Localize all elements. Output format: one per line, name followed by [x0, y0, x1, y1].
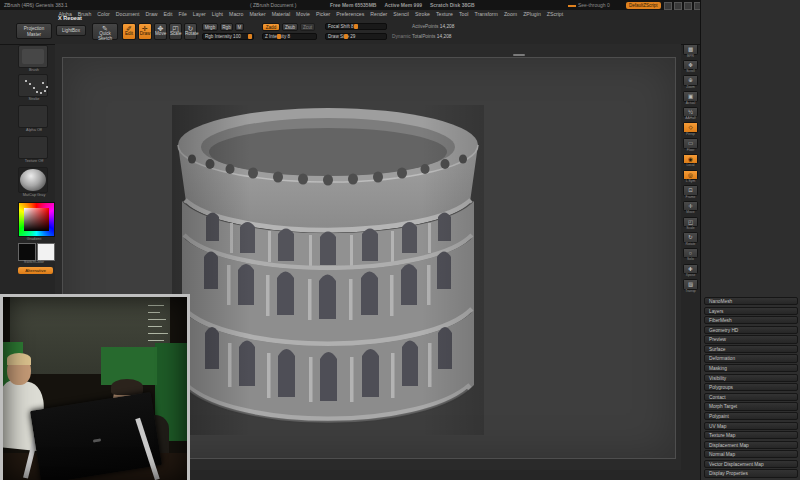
tool-section-bar[interactable]: Visibility — [704, 374, 798, 382]
menu-item[interactable]: Tool — [456, 10, 471, 18]
tool-section-bar[interactable]: NanoMesh — [704, 297, 798, 305]
rotate-button[interactable]: ↻Rotate — [184, 23, 197, 40]
focal-shift-slider[interactable]: Focal Shift 8 — [325, 23, 387, 30]
slider-handle[interactable] — [277, 34, 281, 39]
menu-item[interactable]: Preferences — [334, 10, 367, 18]
window-icon[interactable] — [684, 2, 692, 10]
menu-item[interactable]: Transform — [472, 10, 500, 18]
draw-button[interactable]: ✛Draw — [138, 23, 152, 40]
see-through-slider[interactable]: See-through 0 — [568, 0, 610, 10]
menu-item[interactable]: Stencil — [391, 10, 412, 18]
shelf-toggle-button[interactable]: ▧ Transp — [683, 279, 698, 293]
menu-item[interactable]: Edit — [161, 10, 175, 18]
stroke-thumbnail[interactable] — [18, 74, 48, 97]
shelf-toggle-button[interactable]: ◰ Scale — [683, 217, 698, 231]
menu-item[interactable]: Movie — [294, 10, 313, 18]
menu-item[interactable]: Texture — [433, 10, 455, 18]
alpha-thumbnail[interactable] — [18, 105, 48, 128]
shelf-toggle-button[interactable]: ✚ Xpose — [683, 264, 698, 278]
zadd-button[interactable]: Zadd — [262, 23, 280, 31]
menu-item[interactable]: Draw — [143, 10, 160, 18]
menu-item[interactable]: Picker — [313, 10, 332, 18]
shelf-toggle-button[interactable]: ↻ Rotate — [683, 232, 698, 246]
edit-button[interactable]: ✐Edit — [122, 23, 136, 40]
zcut-button[interactable]: Zcut — [300, 23, 315, 31]
menu-item[interactable]: Zoom — [501, 10, 519, 18]
menu-item[interactable]: Layer — [190, 10, 208, 18]
tool-section-bar[interactable]: UV Map — [704, 422, 798, 430]
alternative-button[interactable]: Alternative — [18, 267, 53, 274]
tool-section-bar[interactable]: Display Properties — [704, 469, 798, 477]
material-thumbnail[interactable] — [18, 167, 48, 193]
slider-handle[interactable] — [344, 34, 348, 39]
main-color-swatch[interactable] — [18, 243, 36, 261]
shelf-toggle-label: Local — [683, 164, 698, 168]
move-button[interactable]: ✥Move — [154, 23, 167, 40]
m-button[interactable]: M — [235, 23, 244, 31]
secondary-color-swatch[interactable] — [37, 243, 55, 261]
rgb-button[interactable]: Rgb — [220, 23, 233, 31]
shelf-toggle-button[interactable]: ◇ Persp — [683, 122, 698, 136]
tool-section-bar[interactable]: Texture Map — [704, 431, 798, 439]
shelf-toggle-button[interactable]: ½ AAHalf — [683, 107, 698, 121]
tool-section-bar[interactable]: Contact — [704, 393, 798, 401]
z-intensity-slider[interactable]: Z Intensity 8 — [262, 33, 317, 40]
dynamic-toggle[interactable]: Dynamic — [392, 34, 411, 39]
tool-section-bar[interactable]: Vector Displacement Map — [704, 460, 798, 468]
rgb-intensity-slider[interactable]: Rgb Intensity 100 — [202, 33, 254, 40]
shelf-toggle-button[interactable]: ✥ Scroll — [683, 60, 698, 74]
menu-item[interactable]: Macro — [227, 10, 246, 18]
slider-handle[interactable] — [248, 34, 252, 39]
menu-item[interactable]: ZScript — [544, 10, 565, 18]
menu-item[interactable]: Light — [209, 10, 225, 18]
lightbox-button[interactable]: LightBox — [56, 25, 86, 36]
shelf-toggle-button[interactable]: ⊕ Zoom — [683, 75, 698, 89]
texture-thumbnail[interactable] — [18, 136, 48, 159]
tool-section-bar[interactable]: Layers — [704, 307, 798, 315]
shelf-toggle-button[interactable]: ◎ L.Sym — [683, 170, 698, 184]
default-zscript-button[interactable]: DefaultZScript — [626, 2, 661, 9]
brush-thumbnail[interactable] — [18, 45, 48, 68]
window-icon[interactable] — [674, 2, 682, 10]
shelf-toggle-button[interactable]: ▩ BPR — [683, 44, 698, 58]
menu-item[interactable]: Stroke — [412, 10, 432, 18]
tool-section-bar[interactable]: Normal Map — [704, 450, 798, 458]
tool-section-bar[interactable]: Surface — [704, 345, 798, 353]
color-saturation-square[interactable] — [24, 208, 49, 231]
draw-size-slider[interactable]: Draw Size 29 — [325, 33, 387, 40]
quicksketch-button[interactable]: ✎Quick Sketch — [92, 23, 118, 40]
shelf-toggle-button[interactable]: ○ Solo — [683, 248, 698, 262]
see-through-handle[interactable] — [568, 5, 576, 7]
scale-button[interactable]: ◰Scale — [169, 23, 182, 40]
tool-section-bar[interactable]: Polypaint — [704, 412, 798, 420]
tool-section-bar[interactable]: Geometry HD — [704, 326, 798, 334]
tool-section-bar[interactable]: FiberMesh — [704, 316, 798, 324]
canvas-scroll-handle[interactable] — [513, 54, 525, 56]
menu-item[interactable]: ZPlugin — [521, 10, 544, 18]
zsub-button[interactable]: Zsub — [282, 23, 298, 31]
menu-item[interactable]: Document — [113, 10, 142, 18]
tool-section-bar[interactable]: Morph Target — [704, 402, 798, 410]
projection-master-button[interactable]: Projection Master — [16, 23, 52, 39]
gradient-label: Gradient — [18, 237, 50, 241]
slider-handle[interactable] — [354, 24, 358, 29]
shelf-toggle-button[interactable]: ▭ Floor — [683, 138, 698, 152]
menu-item[interactable]: Color — [95, 10, 112, 18]
menu-item[interactable]: Marker — [247, 10, 268, 18]
tool-section-bar[interactable]: Polygroups — [704, 383, 798, 391]
shelf-toggle-button[interactable]: ▣ Actual — [683, 91, 698, 105]
tool-section-bar[interactable]: Displacement Map — [704, 441, 798, 449]
mrgb-button[interactable]: Mrgb — [202, 23, 218, 31]
tool-section-bar[interactable]: Masking — [704, 364, 798, 372]
shelf-toggle-label: Xpose — [683, 274, 698, 278]
shelf-toggle-button[interactable]: ⊡ Frame — [683, 185, 698, 199]
tool-section-bar[interactable]: Preview — [704, 335, 798, 343]
shelf-toggle-button[interactable]: ✛ Move — [683, 201, 698, 215]
shelf-toggle-button[interactable]: ◉ Local — [683, 154, 698, 168]
menu-item[interactable]: Material — [269, 10, 292, 18]
tool-section-bar[interactable]: Deformation — [704, 354, 798, 362]
color-picker[interactable] — [18, 202, 55, 237]
window-icon[interactable] — [664, 2, 672, 10]
menu-item[interactable]: Render — [368, 10, 390, 18]
menu-item[interactable]: File — [176, 10, 189, 18]
